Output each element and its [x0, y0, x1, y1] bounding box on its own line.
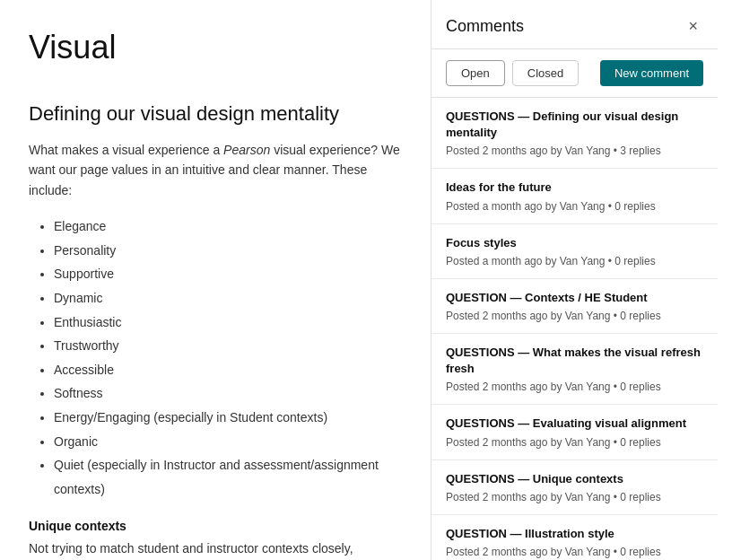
- unique-contexts-heading: Unique contexts: [29, 519, 402, 533]
- comment-item[interactable]: Focus stylesPosted a month ago by Van Ya…: [431, 224, 718, 279]
- comment-item[interactable]: QUESTIONS — Unique contextsPosted 2 mont…: [431, 460, 718, 515]
- comment-item[interactable]: QUESTIONS — Evaluating visual alignmentP…: [431, 405, 718, 459]
- comments-list: QUESTIONS — Defining our visual design m…: [431, 98, 718, 560]
- comment-meta: Posted a month ago by Van Yang • 0 repli…: [446, 200, 703, 213]
- comment-subject: QUESTION — Contexts / HE Student: [446, 290, 703, 306]
- comment-meta: Posted 2 months ago by Van Yang • 0 repl…: [446, 436, 703, 449]
- new-comment-button[interactable]: New comment: [600, 60, 703, 86]
- comment-subject: QUESTIONS — Unique contexts: [446, 471, 703, 487]
- list-item: Trustworthy: [54, 334, 402, 358]
- comment-subject: Focus styles: [446, 235, 703, 251]
- unique-contexts-text: Not trying to match student and instruct…: [29, 538, 402, 560]
- list-item: Enthusiastic: [54, 311, 402, 335]
- list-item: Energy/Engaging (especially in Student c…: [54, 406, 402, 430]
- list-item: Quiet (especially in Instructor and asse…: [54, 453, 402, 501]
- list-item: Softness: [54, 381, 402, 406]
- list-item: Dynamic: [54, 286, 402, 311]
- body-text: What makes a visual experience a Pearson…: [29, 140, 402, 200]
- comments-title: Comments: [446, 17, 524, 36]
- list-item: Elegance: [54, 214, 402, 239]
- comment-meta: Posted 2 months ago by Van Yang • 0 repl…: [446, 310, 703, 322]
- page-title: Visual: [29, 29, 402, 66]
- comment-subject: QUESTIONS — Defining our visual design m…: [446, 109, 703, 141]
- comment-subject: QUESTION — Illustration style: [446, 526, 703, 542]
- comment-meta: Posted 2 months ago by Van Yang • 0 repl…: [446, 381, 703, 393]
- bullet-list: ElegancePersonalitySupportiveDynamicEnth…: [29, 214, 402, 501]
- comment-item[interactable]: QUESTION — Contexts / HE StudentPosted 2…: [431, 279, 718, 334]
- comment-meta: Posted 2 months ago by Van Yang • 0 repl…: [446, 546, 703, 558]
- section-heading: Defining our visual design mentality: [29, 102, 402, 126]
- comment-subject: QUESTIONS — What makes the visual refres…: [446, 345, 703, 377]
- close-button[interactable]: ×: [683, 16, 703, 36]
- comment-item[interactable]: QUESTIONS — Defining our visual design m…: [431, 98, 718, 169]
- comment-item[interactable]: QUESTIONS — What makes the visual refres…: [431, 334, 718, 405]
- comment-subject: QUESTIONS — Evaluating visual alignment: [446, 416, 703, 432]
- content-area: Visual Defining our visual design mental…: [0, 0, 431, 560]
- tab-open[interactable]: Open: [446, 60, 505, 86]
- tab-closed[interactable]: Closed: [512, 60, 579, 86]
- comments-header: Comments ×: [431, 0, 718, 49]
- comment-item[interactable]: Ideas for the futurePosted a month ago b…: [431, 169, 718, 223]
- list-item: Organic: [54, 430, 402, 454]
- list-item: Supportive: [54, 262, 402, 286]
- comment-meta: Posted 2 months ago by Van Yang • 3 repl…: [446, 144, 703, 157]
- comment-item[interactable]: QUESTION — Illustration stylePosted 2 mo…: [431, 515, 718, 560]
- comment-meta: Posted a month ago by Van Yang • 0 repli…: [446, 255, 703, 267]
- list-item: Accessible: [54, 358, 402, 382]
- comments-toolbar: Open Closed New comment: [431, 49, 718, 98]
- list-item: Personality: [54, 239, 402, 263]
- comment-meta: Posted 2 months ago by Van Yang • 0 repl…: [446, 491, 703, 503]
- comments-panel: Comments × Open Closed New comment QUEST…: [431, 0, 718, 560]
- comment-subject: Ideas for the future: [446, 179, 703, 196]
